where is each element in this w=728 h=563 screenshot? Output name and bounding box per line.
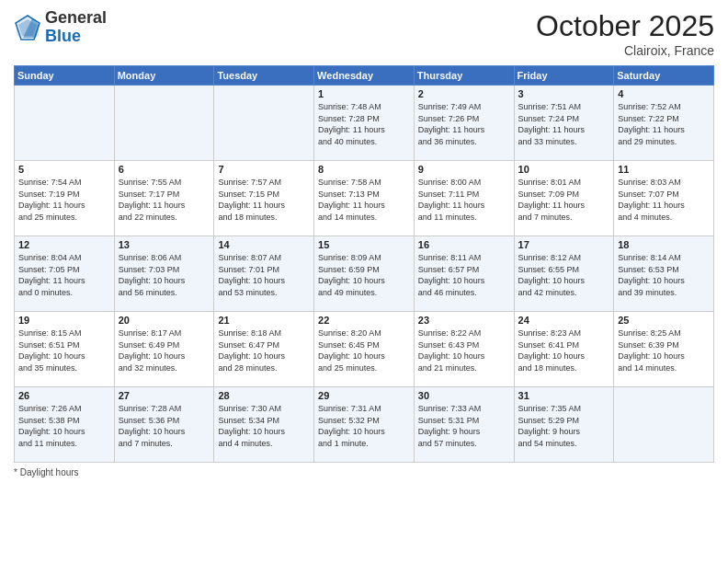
- day-number: 20: [119, 315, 210, 326]
- calendar-cell: 21Sunrise: 8:18 AM Sunset: 6:47 PM Dayli…: [214, 312, 314, 387]
- day-number: 7: [218, 164, 310, 175]
- day-info: Sunrise: 8:04 AM Sunset: 7:05 PM Dayligh…: [18, 252, 110, 298]
- logo-general-text: General: [45, 9, 107, 28]
- day-number: 24: [518, 315, 610, 326]
- day-number: 18: [618, 239, 710, 250]
- calendar-cell: 31Sunrise: 7:35 AM Sunset: 5:29 PM Dayli…: [514, 387, 614, 463]
- day-info: Sunrise: 8:06 AM Sunset: 7:03 PM Dayligh…: [119, 252, 210, 298]
- day-info: Sunrise: 7:57 AM Sunset: 7:15 PM Dayligh…: [218, 177, 310, 223]
- calendar-cell: 28Sunrise: 7:30 AM Sunset: 5:34 PM Dayli…: [214, 387, 314, 463]
- day-info: Sunrise: 7:33 AM Sunset: 5:31 PM Dayligh…: [418, 403, 510, 449]
- day-number: 23: [418, 315, 510, 326]
- day-number: 19: [18, 315, 110, 326]
- day-number: 12: [18, 239, 110, 250]
- day-info: Sunrise: 8:20 AM Sunset: 6:45 PM Dayligh…: [318, 327, 410, 373]
- calendar-cell: 8Sunrise: 7:58 AM Sunset: 7:13 PM Daylig…: [314, 161, 415, 236]
- day-number: 15: [318, 239, 410, 250]
- day-info: Sunrise: 8:18 AM Sunset: 6:47 PM Dayligh…: [218, 327, 310, 373]
- day-number: 22: [318, 315, 410, 326]
- day-info: Sunrise: 8:15 AM Sunset: 6:51 PM Dayligh…: [18, 327, 110, 373]
- day-info: Sunrise: 7:30 AM Sunset: 5:34 PM Dayligh…: [218, 403, 310, 449]
- day-info: Sunrise: 8:09 AM Sunset: 6:59 PM Dayligh…: [318, 252, 410, 298]
- calendar-weekday-header: Friday: [514, 66, 614, 86]
- day-number: 3: [518, 88, 610, 99]
- calendar: SundayMondayTuesdayWednesdayThursdayFrid…: [14, 65, 714, 463]
- day-number: 17: [518, 239, 610, 250]
- calendar-cell: 20Sunrise: 8:17 AM Sunset: 6:49 PM Dayli…: [114, 312, 214, 387]
- calendar-cell: 24Sunrise: 8:23 AM Sunset: 6:41 PM Dayli…: [514, 312, 614, 387]
- calendar-cell: 5Sunrise: 7:54 AM Sunset: 7:19 PM Daylig…: [15, 161, 115, 236]
- calendar-cell: 12Sunrise: 8:04 AM Sunset: 7:05 PM Dayli…: [15, 236, 115, 312]
- day-number: 1: [318, 88, 410, 99]
- calendar-cell: 18Sunrise: 8:14 AM Sunset: 6:53 PM Dayli…: [614, 236, 714, 312]
- day-info: Sunrise: 7:31 AM Sunset: 5:32 PM Dayligh…: [318, 403, 410, 449]
- title-section: October 2025 Clairoix, France: [536, 9, 714, 58]
- calendar-cell: [614, 387, 714, 463]
- day-number: 5: [18, 164, 110, 175]
- calendar-weekday-header: Thursday: [414, 66, 514, 86]
- calendar-week-row: 19Sunrise: 8:15 AM Sunset: 6:51 PM Dayli…: [15, 312, 714, 387]
- day-info: Sunrise: 8:00 AM Sunset: 7:11 PM Dayligh…: [418, 177, 510, 223]
- day-info: Sunrise: 7:26 AM Sunset: 5:38 PM Dayligh…: [18, 403, 110, 449]
- day-info: Sunrise: 8:03 AM Sunset: 7:07 PM Dayligh…: [618, 177, 710, 223]
- day-info: Sunrise: 7:54 AM Sunset: 7:19 PM Dayligh…: [18, 177, 110, 223]
- calendar-cell: [15, 86, 115, 161]
- logo-blue-text: Blue: [45, 28, 107, 46]
- day-info: Sunrise: 8:17 AM Sunset: 6:49 PM Dayligh…: [119, 327, 210, 373]
- day-number: 10: [518, 164, 610, 175]
- day-number: 30: [418, 390, 510, 401]
- day-info: Sunrise: 8:01 AM Sunset: 7:09 PM Dayligh…: [518, 177, 610, 223]
- day-info: Sunrise: 8:07 AM Sunset: 7:01 PM Dayligh…: [218, 252, 310, 298]
- calendar-cell: 15Sunrise: 8:09 AM Sunset: 6:59 PM Dayli…: [314, 236, 415, 312]
- calendar-weekday-header: Monday: [114, 66, 214, 86]
- calendar-cell: 9Sunrise: 8:00 AM Sunset: 7:11 PM Daylig…: [414, 161, 514, 236]
- day-number: 16: [418, 239, 510, 250]
- calendar-cell: 25Sunrise: 8:25 AM Sunset: 6:39 PM Dayli…: [614, 312, 714, 387]
- calendar-cell: 30Sunrise: 7:33 AM Sunset: 5:31 PM Dayli…: [414, 387, 514, 463]
- day-info: Sunrise: 7:49 AM Sunset: 7:26 PM Dayligh…: [418, 101, 510, 147]
- calendar-cell: 16Sunrise: 8:11 AM Sunset: 6:57 PM Dayli…: [414, 236, 514, 312]
- calendar-cell: 23Sunrise: 8:22 AM Sunset: 6:43 PM Dayli…: [414, 312, 514, 387]
- calendar-cell: 13Sunrise: 8:06 AM Sunset: 7:03 PM Dayli…: [114, 236, 214, 312]
- day-info: Sunrise: 7:48 AM Sunset: 7:28 PM Dayligh…: [318, 101, 410, 147]
- calendar-cell: 2Sunrise: 7:49 AM Sunset: 7:26 PM Daylig…: [414, 86, 514, 161]
- month-title: October 2025: [536, 9, 714, 43]
- calendar-cell: 22Sunrise: 8:20 AM Sunset: 6:45 PM Dayli…: [314, 312, 415, 387]
- footer-note: * Daylight hours: [14, 467, 714, 477]
- calendar-cell: 26Sunrise: 7:26 AM Sunset: 5:38 PM Dayli…: [15, 387, 115, 463]
- day-number: 13: [119, 239, 210, 250]
- calendar-weekday-header: Saturday: [614, 66, 714, 86]
- day-number: 14: [218, 239, 310, 250]
- calendar-week-row: 12Sunrise: 8:04 AM Sunset: 7:05 PM Dayli…: [15, 236, 714, 312]
- calendar-cell: [114, 86, 214, 161]
- day-info: Sunrise: 7:51 AM Sunset: 7:24 PM Dayligh…: [518, 101, 610, 147]
- day-info: Sunrise: 8:11 AM Sunset: 6:57 PM Dayligh…: [418, 252, 510, 298]
- day-number: 11: [618, 164, 710, 175]
- calendar-cell: 17Sunrise: 8:12 AM Sunset: 6:55 PM Dayli…: [514, 236, 614, 312]
- calendar-cell: 14Sunrise: 8:07 AM Sunset: 7:01 PM Dayli…: [214, 236, 314, 312]
- day-number: 9: [418, 164, 510, 175]
- day-info: Sunrise: 7:58 AM Sunset: 7:13 PM Dayligh…: [318, 177, 410, 223]
- day-info: Sunrise: 7:28 AM Sunset: 5:36 PM Dayligh…: [119, 403, 210, 449]
- day-info: Sunrise: 8:12 AM Sunset: 6:55 PM Dayligh…: [518, 252, 610, 298]
- day-number: 4: [618, 88, 710, 99]
- header: General Blue October 2025 Clairoix, Fran…: [14, 9, 714, 58]
- calendar-weekday-header: Wednesday: [314, 66, 415, 86]
- calendar-cell: 7Sunrise: 7:57 AM Sunset: 7:15 PM Daylig…: [214, 161, 314, 236]
- day-number: 8: [318, 164, 410, 175]
- logo: General Blue: [14, 9, 107, 46]
- calendar-cell: 4Sunrise: 7:52 AM Sunset: 7:22 PM Daylig…: [614, 86, 714, 161]
- calendar-cell: 6Sunrise: 7:55 AM Sunset: 7:17 PM Daylig…: [114, 161, 214, 236]
- calendar-week-row: 5Sunrise: 7:54 AM Sunset: 7:19 PM Daylig…: [15, 161, 714, 236]
- day-info: Sunrise: 7:35 AM Sunset: 5:29 PM Dayligh…: [518, 403, 610, 449]
- calendar-cell: 19Sunrise: 8:15 AM Sunset: 6:51 PM Dayli…: [15, 312, 115, 387]
- logo-text: General Blue: [45, 9, 107, 46]
- day-info: Sunrise: 8:14 AM Sunset: 6:53 PM Dayligh…: [618, 252, 710, 298]
- day-number: 28: [218, 390, 310, 401]
- calendar-cell: [214, 86, 314, 161]
- location: Clairoix, France: [536, 43, 714, 58]
- day-info: Sunrise: 7:55 AM Sunset: 7:17 PM Dayligh…: [119, 177, 210, 223]
- day-number: 21: [218, 315, 310, 326]
- day-info: Sunrise: 8:25 AM Sunset: 6:39 PM Dayligh…: [618, 327, 710, 373]
- page: General Blue October 2025 Clairoix, Fran…: [0, 0, 728, 563]
